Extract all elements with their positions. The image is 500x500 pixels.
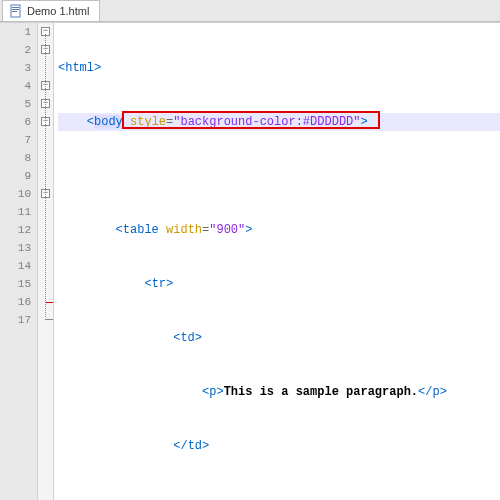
code-line[interactable]: <td>: [58, 329, 500, 347]
svg-rect-2: [12, 9, 19, 10]
code-line[interactable]: [58, 167, 500, 185]
tab-bar: Demo 1.html: [0, 0, 500, 22]
file-icon: [9, 4, 23, 18]
code-line[interactable]: <body style="background-color:#DDDDDD">: [58, 113, 500, 131]
code-line[interactable]: <p>This is a sample paragraph.</p>: [58, 383, 500, 401]
tab-label: Demo 1.html: [27, 5, 89, 17]
code-editor[interactable]: 1234567891011121314151617 − − − − − − <h…: [0, 22, 500, 500]
code-area[interactable]: <html> <body style="background-color:#DD…: [54, 23, 500, 500]
code-line[interactable]: <table width="900">: [58, 221, 500, 239]
fold-column: − − − − − −: [38, 23, 54, 500]
code-line[interactable]: </td>: [58, 437, 500, 455]
code-line[interactable]: <tr>: [58, 275, 500, 293]
code-line[interactable]: <html>: [58, 59, 500, 77]
file-tab[interactable]: Demo 1.html: [2, 0, 100, 21]
svg-rect-3: [12, 11, 17, 12]
line-gutter: 1234567891011121314151617: [0, 23, 38, 500]
code-line[interactable]: [58, 491, 500, 500]
svg-rect-1: [12, 7, 19, 8]
